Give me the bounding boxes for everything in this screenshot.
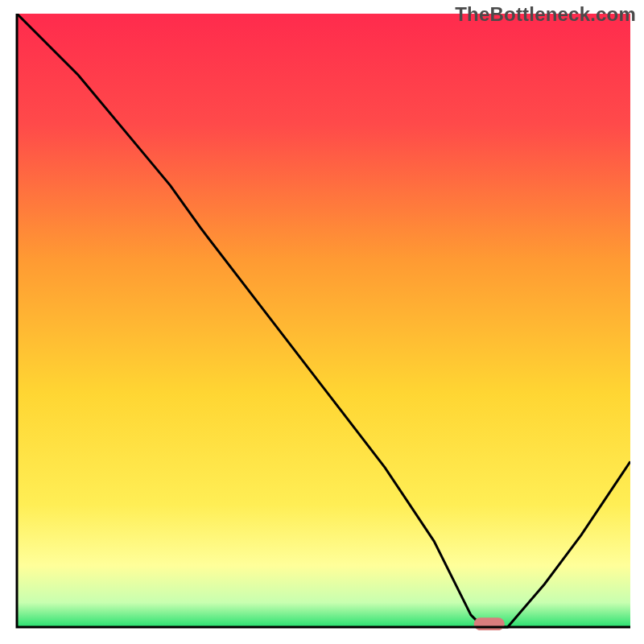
gradient-background [17,14,630,627]
optimal-marker [474,617,505,630]
watermark-text: TheBottleneck.com [455,3,636,26]
bottleneck-chart [14,14,630,630]
chart-container: TheBottleneck.com [0,0,644,644]
